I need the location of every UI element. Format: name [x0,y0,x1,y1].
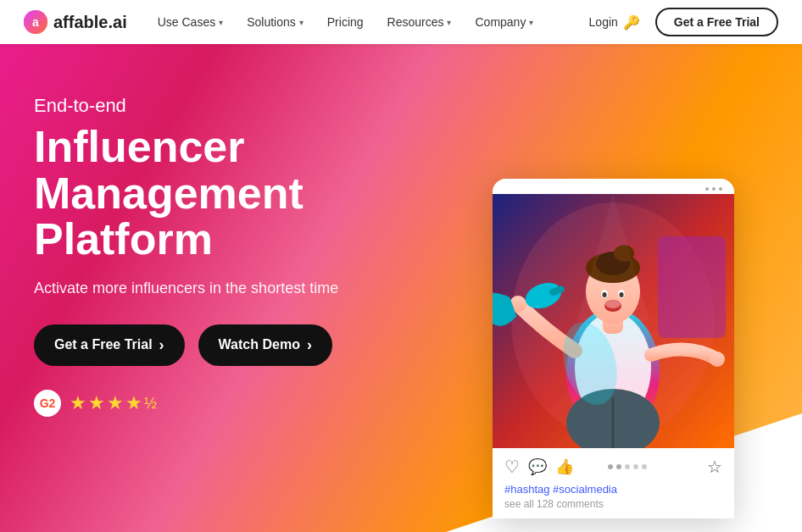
key-icon: 🔑 [623,14,640,30]
logo-icon: a [24,10,47,34]
hero-buttons: Get a Free Trial › Watch Demo › [34,324,390,366]
social-comments: see all 128 comments [504,498,722,510]
hero-right: ♡ 💬 👍 ☆ #hashtag #s [446,61,734,518]
hero-section: End-to-end Influencer Management Platfor… [0,44,802,532]
chevron-down-icon: ▾ [529,18,533,27]
social-actions: ♡ 💬 👍 ☆ [504,457,722,477]
more-options-icon [705,187,722,191]
hero-title: Influencer Management Platform [34,124,390,263]
social-card: ♡ 💬 👍 ☆ #hashtag #s [493,179,734,518]
social-hashtags: #hashtag #socialmedia [504,483,722,496]
hero-description: Activate more influencers in the shortes… [34,280,390,297]
hero-subtitle: End-to-end [34,95,390,117]
nav-free-trial-button[interactable]: Get a Free Trial [655,8,778,36]
heart-icon[interactable]: ♡ [504,457,520,477]
like-icon[interactable]: 👍 [555,457,574,476]
hero-title-line2: Management Platform [34,169,304,264]
star-rating: ★★★★½ [70,392,159,414]
nav-resources[interactable]: Resources ▾ [387,15,452,29]
arrow-right-icon: › [307,336,312,354]
social-frame-header [493,179,734,194]
hero-left: End-to-end Influencer Management Platfor… [34,95,390,417]
bookmark-icon[interactable]: ☆ [707,457,722,477]
logo[interactable]: a affable.ai [24,10,127,34]
nav-pricing[interactable]: Pricing [327,15,364,29]
logo-svg: a [24,10,47,34]
chevron-down-icon: ▾ [447,18,451,27]
navbar: a affable.ai Use Cases ▾ Solutions ▾ Pri… [0,0,802,44]
nav-links: Use Cases ▾ Solutions ▾ Pricing Resource… [158,15,589,29]
nav-use-cases[interactable]: Use Cases ▾ [158,15,223,29]
hero-title-line1: Influencer [34,122,245,171]
social-image-area [493,194,734,448]
svg-rect-24 [658,236,726,338]
chevron-down-icon: ▾ [299,18,304,27]
watch-demo-button[interactable]: Watch Demo › [198,324,332,366]
arrow-right-icon: › [159,336,164,354]
nav-right: Login 🔑 Get a Free Trial [589,8,778,36]
pagination-dots [608,464,647,469]
social-footer: ♡ 💬 👍 ☆ #hashtag #s [493,448,734,518]
svg-point-18 [710,352,725,367]
g2-badge: G2 [34,390,61,417]
svg-text:a: a [32,15,39,29]
nav-company[interactable]: Company ▾ [475,15,533,29]
influencer-illustration [493,194,734,448]
rating-row: G2 ★★★★½ [34,390,390,417]
comment-icon[interactable]: 💬 [528,457,547,476]
chevron-down-icon: ▾ [219,18,223,27]
nav-solutions[interactable]: Solutions ▾ [247,15,304,29]
login-button[interactable]: Login 🔑 [589,14,640,30]
logo-text: affable.ai [53,13,127,32]
get-free-trial-button[interactable]: Get a Free Trial › [34,324,185,366]
